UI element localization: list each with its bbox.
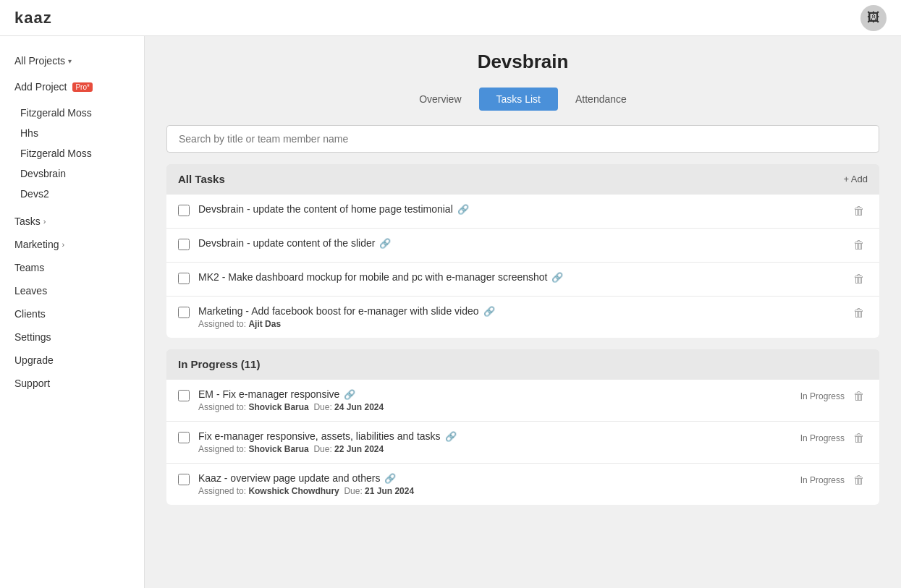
sidebar-item-teams[interactable]: Teams — [0, 256, 144, 279]
clients-label: Clients — [14, 308, 46, 320]
delete-button[interactable]: 🗑 — [850, 203, 868, 219]
all-projects-dropdown[interactable]: All Projects ▾ — [0, 51, 144, 71]
delete-button[interactable]: 🗑 — [850, 430, 868, 446]
all-projects-label: All Projects — [14, 55, 65, 67]
in-progress-section: In Progress (11) EM - Fix e-manager resp… — [166, 349, 879, 505]
task-checkbox[interactable] — [178, 474, 190, 485]
sidebar-item-tasks[interactable]: Tasks › — [0, 210, 144, 233]
search-input[interactable] — [166, 125, 879, 153]
task-content: EM - Fix e-manager responsive 🔗 Assigned… — [198, 388, 792, 412]
task-actions: 🗑 — [850, 271, 868, 287]
link-icon: 🔗 — [379, 238, 391, 249]
delete-button[interactable]: 🗑 — [850, 237, 868, 253]
tasks-label: Tasks — [14, 216, 41, 227]
tab-overview[interactable]: Overview — [402, 88, 478, 111]
all-tasks-title: All Tasks — [178, 173, 225, 185]
task-content: MK2 - Make dashboard mockup for mobile a… — [198, 271, 842, 283]
task-title: Kaaz - overview page update and others 🔗 — [198, 472, 792, 484]
add-project[interactable]: Add Project Pro* — [0, 77, 144, 97]
avatar[interactable]: 🖼 — [860, 5, 887, 31]
main-content: Devsbrain Overview Tasks List Attendance… — [145, 36, 901, 588]
tab-tasks-list[interactable]: Tasks List — [479, 88, 558, 111]
tab-bar: Overview Tasks List Attendance — [166, 88, 879, 111]
table-row: Devsbrain - update content of the slider… — [166, 228, 879, 262]
task-title: Marketing - Add facebook boost for e-man… — [198, 305, 842, 317]
task-content: Kaaz - overview page update and others 🔗… — [198, 472, 792, 496]
task-meta: Assigned to: Ajit Das — [198, 319, 842, 329]
task-actions: In Progress 🗑 — [800, 472, 868, 488]
task-actions: 🗑 — [850, 237, 868, 253]
delete-button[interactable]: 🗑 — [850, 472, 868, 488]
add-task-button[interactable]: + Add — [843, 174, 868, 184]
sidebar-item-settings[interactable]: Settings — [0, 325, 144, 349]
task-checkbox[interactable] — [178, 239, 190, 250]
in-progress-header: In Progress (11) — [166, 349, 879, 379]
sidebar-item-leaves[interactable]: Leaves — [0, 279, 144, 302]
chevron-down-icon: ▾ — [68, 57, 72, 65]
task-content: Fix e-manager responsive, assets, liabil… — [198, 430, 792, 454]
table-row: Marketing - Add facebook boost for e-man… — [166, 296, 879, 338]
sidebar-project-devsbrain[interactable]: Devsbrain — [0, 163, 144, 184]
task-actions: 🗑 — [850, 203, 868, 219]
sidebar-project-hhs[interactable]: Hhs — [0, 123, 144, 143]
table-row: MK2 - Make dashboard mockup for mobile a… — [166, 262, 879, 296]
task-meta: Assigned to: Shovick Barua Due: 22 Jun 2… — [198, 444, 792, 454]
task-status: In Progress — [800, 391, 845, 401]
all-tasks-section: All Tasks + Add Devsbrain - update the c… — [166, 164, 879, 338]
task-meta: Assigned to: Kowshick Chowdhury Due: 21 … — [198, 486, 792, 496]
link-icon: 🔗 — [483, 306, 495, 317]
task-checkbox[interactable] — [178, 273, 190, 284]
link-icon: 🔗 — [457, 204, 469, 215]
link-icon: 🔗 — [551, 272, 563, 283]
task-actions: 🗑 — [850, 305, 868, 321]
arrow-icon: › — [62, 240, 64, 249]
sidebar-item-support[interactable]: Support — [0, 372, 144, 395]
sidebar-project-fitzgerald-moss-1[interactable]: Fitzgerald Moss — [0, 103, 144, 123]
link-icon: 🔗 — [384, 473, 396, 484]
task-content: Marketing - Add facebook boost for e-man… — [198, 305, 842, 329]
table-row: Kaaz - overview page update and others 🔗… — [166, 463, 879, 505]
task-content: Devsbrain - update the content of home p… — [198, 203, 842, 215]
page-title: Devsbrain — [166, 51, 879, 73]
header: kaaz 🖼 — [0, 0, 901, 36]
task-title: EM - Fix e-manager responsive 🔗 — [198, 388, 792, 400]
table-row: EM - Fix e-manager responsive 🔗 Assigned… — [166, 379, 879, 421]
tab-attendance[interactable]: Attendance — [558, 88, 644, 111]
task-status: In Progress — [800, 433, 845, 443]
sidebar-item-clients[interactable]: Clients — [0, 302, 144, 325]
task-title: MK2 - Make dashboard mockup for mobile a… — [198, 271, 842, 283]
task-meta: Assigned to: Shovick Barua Due: 24 Jun 2… — [198, 402, 792, 412]
in-progress-title: In Progress (11) — [178, 358, 260, 370]
task-title: Devsbrain - update the content of home p… — [198, 203, 842, 215]
task-checkbox[interactable] — [178, 307, 190, 318]
marketing-label: Marketing — [14, 239, 59, 250]
task-checkbox[interactable] — [178, 205, 190, 216]
all-tasks-header: All Tasks + Add — [166, 164, 879, 194]
sidebar: All Projects ▾ Add Project Pro* Fitzgera… — [0, 36, 145, 588]
task-actions: In Progress 🗑 — [800, 388, 868, 404]
arrow-icon: › — [43, 217, 46, 226]
logo: kaaz — [14, 9, 52, 27]
link-icon: 🔗 — [344, 389, 355, 400]
support-label: Support — [14, 378, 50, 389]
link-icon: 🔗 — [445, 431, 457, 442]
leaves-label: Leaves — [14, 285, 47, 297]
sidebar-project-fitzgerald-moss-2[interactable]: Fitzgerald Moss — [0, 143, 144, 163]
task-status: In Progress — [800, 475, 845, 485]
pro-badge: Pro* — [72, 82, 92, 92]
sidebar-item-marketing[interactable]: Marketing › — [0, 233, 144, 256]
table-row: Devsbrain - update the content of home p… — [166, 194, 879, 228]
add-project-label: Add Project — [14, 81, 67, 93]
task-title: Fix e-manager responsive, assets, liabil… — [198, 430, 792, 442]
sidebar-project-devs2[interactable]: Devs2 — [0, 184, 144, 204]
task-actions: In Progress 🗑 — [800, 430, 868, 446]
task-checkbox[interactable] — [178, 432, 190, 443]
delete-button[interactable]: 🗑 — [850, 388, 868, 404]
task-checkbox[interactable] — [178, 390, 190, 401]
task-title: Devsbrain - update content of the slider… — [198, 237, 842, 249]
delete-button[interactable]: 🗑 — [850, 305, 868, 321]
teams-label: Teams — [14, 262, 44, 273]
upgrade-label: Upgrade — [14, 354, 54, 366]
delete-button[interactable]: 🗑 — [850, 271, 868, 287]
sidebar-item-upgrade[interactable]: Upgrade — [0, 349, 144, 372]
